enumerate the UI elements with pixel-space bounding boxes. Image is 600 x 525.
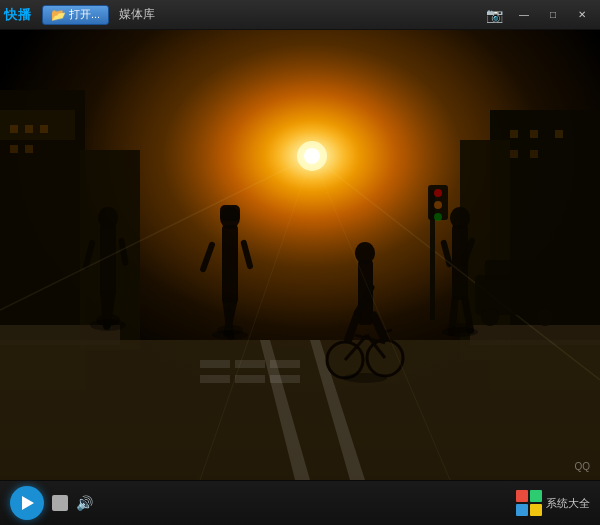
svg-rect-38 [222,225,238,303]
open-button[interactable]: 📂 打开... [42,5,109,25]
svg-point-64 [90,319,126,331]
svg-rect-80 [485,260,540,280]
win-square-blue [516,504,528,516]
svg-rect-29 [270,375,300,383]
win-square-green [530,490,542,502]
svg-point-77 [434,201,442,209]
minimize-button[interactable]: — [510,5,538,25]
svg-rect-40 [220,205,240,221]
play-icon [22,496,34,510]
maximize-button[interactable]: □ [539,5,567,25]
media-library-button[interactable]: 媒体库 [113,4,161,25]
close-button[interactable]: ✕ [568,5,596,25]
control-bar: 🔊 系统大全 [0,480,600,525]
capture-button[interactable]: 📷 [482,5,506,25]
app-logo: 快播 [4,6,32,24]
watermark: QQ [574,461,590,472]
svg-point-67 [442,327,478,337]
svg-rect-28 [235,375,265,383]
title-bar: 快播 📂 打开... 媒体库 📷 — □ ✕ [0,0,600,30]
svg-point-65 [212,330,248,340]
svg-point-66 [343,373,387,383]
stop-button[interactable] [52,495,68,511]
open-label: 打开... [69,7,100,22]
folder-icon: 📂 [51,8,66,22]
svg-point-73 [304,148,320,164]
svg-point-81 [481,308,499,326]
svg-point-78 [434,213,442,221]
win-square-red [516,490,528,502]
svg-point-53 [355,242,375,264]
sys-logo: 系统大全 [516,490,590,516]
svg-point-32 [98,207,118,229]
svg-point-76 [434,189,442,197]
windows-logo [516,490,542,516]
video-area: QQ [0,30,600,480]
svg-point-59 [450,207,470,229]
svg-rect-26 [270,360,300,368]
play-button[interactable] [10,486,44,520]
volume-icon[interactable]: 🔊 [76,495,93,511]
svg-rect-24 [200,360,230,368]
win-square-yellow [530,504,542,516]
sys-logo-text: 系统大全 [546,496,590,510]
video-scene [0,30,600,480]
svg-rect-27 [200,375,230,383]
window-controls: — □ ✕ [510,5,596,25]
svg-point-82 [536,308,554,326]
